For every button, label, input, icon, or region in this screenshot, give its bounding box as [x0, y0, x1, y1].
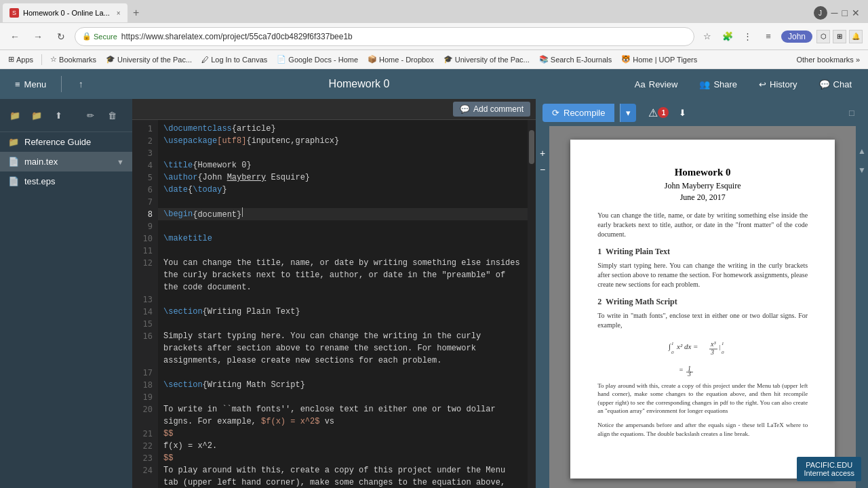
zoom-in-button[interactable]: + — [538, 146, 547, 160]
editor-scrollbar[interactable] — [528, 120, 536, 488]
code-editor[interactable]: \documentclass{article} \usepackage[utf8… — [158, 120, 528, 488]
bookmark-university2[interactable]: 🎓 University of the Pac... — [441, 54, 532, 65]
share-icon: 👥 — [699, 79, 710, 89]
browser-profile-icon[interactable]: J — [814, 6, 827, 20]
bookmark-apps[interactable]: ⊞ Apps — [5, 54, 36, 65]
scrollbar-thumb[interactable] — [529, 130, 534, 164]
line-num-22: 22 — [132, 440, 158, 452]
file-icon: 📄 — [8, 157, 19, 167]
line-num-3: 3 — [132, 147, 158, 159]
editor-area: 💬 Add comment 1 2 3 4 5 6 7 8 9 10 11 — [132, 99, 536, 488]
svg-text:0: 0 — [722, 350, 724, 355]
bookmarks-bar: ⊞ Apps ☆ Bookmarks 🎓 University of the P… — [0, 50, 868, 69]
pdf-intro: You can change the title, name, or date … — [597, 211, 808, 239]
maximize-button[interactable]: □ — [842, 7, 848, 18]
line-num-21: 21 — [132, 428, 158, 440]
sidebar-item-reference-guide[interactable]: 📁 Reference Guide — [0, 132, 132, 152]
bookmark-dropbox[interactable]: 📦 Home - Dropbox — [365, 54, 437, 65]
menu-button[interactable]: ≡ Menu — [8, 77, 53, 92]
share-button[interactable]: 👥 Share — [691, 76, 745, 93]
sidebar-folder-button[interactable]: 📁 — [5, 106, 24, 125]
pacific-line2: Internet access — [804, 469, 854, 477]
user-profile-button[interactable]: John — [781, 30, 812, 43]
code-line-4: \title{Homework 0} — [158, 159, 528, 171]
bookmark-gdocs[interactable]: 📄 Google Docs - Home — [274, 54, 361, 65]
line-num-14: 14 — [132, 306, 158, 318]
browser-extra-btn[interactable]: ⬡ — [816, 30, 830, 43]
scroll-up-button[interactable]: ▲ — [858, 146, 866, 156]
app-container: ≡ Menu ↑ Homework 0 Aа Review 👥 Share ↩ … — [0, 69, 868, 488]
extensions-icon[interactable]: 🧩 — [719, 28, 736, 45]
zoom-out-button[interactable]: − — [538, 163, 547, 176]
bookmark-bookmarks[interactable]: ☆ Bookmarks — [47, 54, 99, 65]
star-icon[interactable]: ☆ — [698, 28, 716, 45]
browser-extra-btn3[interactable]: 🔔 — [849, 30, 863, 43]
sidebar-files-button[interactable]: 📁 — [27, 106, 46, 125]
download-pdf-button[interactable]: ⬇ — [673, 103, 692, 122]
preview-main: + − Homework 0 John Mayberry Esquire Jun… — [536, 126, 868, 488]
close-window-button[interactable]: ✕ — [852, 7, 860, 18]
nav-icons: ☆ 🧩 ⋮ ≡ — [698, 28, 777, 45]
line-num-2: 2 — [132, 135, 158, 147]
sidebar-delete-button[interactable]: 🗑 — [102, 106, 121, 125]
pdf-section3-body: Notice the ampersands before and after t… — [597, 421, 808, 438]
browser-menu-icon[interactable]: ≡ — [760, 28, 777, 45]
active-tab[interactable]: S Homework 0 - Online La... × — [3, 3, 127, 22]
line-num-12c — [132, 281, 158, 293]
bookmark-canvas[interactable]: 🖊 Log In to Canvas — [199, 54, 270, 65]
history-icon: ↩ — [759, 79, 766, 89]
new-tab-button[interactable]: + — [127, 4, 145, 22]
code-line-14: \section{Writing Plain Text} — [158, 306, 528, 318]
line-num-16c — [132, 354, 158, 367]
forward-button[interactable]: → — [28, 27, 47, 46]
address-bar[interactable]: 🔒 Secure https://www.sharelatex.com/proj… — [75, 27, 694, 46]
warning-icon: ⚠ — [648, 106, 658, 119]
review-button[interactable]: Aа Review — [627, 76, 686, 93]
pacific-overlay: PACIFIC.EDU Internet access — [797, 457, 861, 481]
line-num-12b — [132, 269, 158, 281]
minimize-button[interactable]: ─ — [831, 7, 838, 18]
chat-button[interactable]: 💬 Chat — [811, 76, 860, 93]
pdf-title: Homework 0 — [597, 167, 808, 178]
sidebar-toolbar: 📁 📁 ⬆ ✏ 🗑 — [0, 99, 132, 132]
sidebar-item-test-eps[interactable]: 📄 test.eps — [0, 171, 132, 191]
back-button[interactable]: ← — [5, 27, 24, 46]
bookmark-other[interactable]: Other bookmarks » — [794, 54, 863, 65]
preview-expand-button[interactable]: □ — [842, 103, 861, 122]
bookmark-uoptigers[interactable]: 🐯 Home | UOP Tigers — [618, 54, 700, 65]
pdf-section1-body: Simply start typing here. You can change… — [597, 261, 808, 289]
history-button[interactable]: ↩ History — [751, 76, 805, 93]
univ-icon: 🎓 — [106, 55, 115, 64]
bm-sep — [41, 54, 42, 65]
code-line-3 — [158, 147, 528, 159]
recompile-dropdown-button[interactable]: ▾ — [620, 104, 636, 122]
sidebar-upload-button[interactable]: ⬆ — [49, 106, 68, 125]
tab-close-button[interactable]: × — [117, 9, 121, 17]
code-line-12b: the curly brackets next to title, author… — [158, 269, 528, 281]
code-line-9 — [158, 220, 528, 232]
add-comment-button[interactable]: 💬 Add comment — [453, 102, 530, 117]
browser-nav-bar: ← → ↻ 🔒 Secure https://www.sharelatex.co… — [0, 23, 868, 50]
scroll-down-button[interactable]: ▼ — [858, 165, 866, 175]
bookmark-university1[interactable]: 🎓 University of the Pac... — [103, 54, 195, 65]
pdf-section2-body: To write in "math fonts", enclose text i… — [597, 311, 808, 330]
error-indicator[interactable]: ⚠ 1 — [648, 106, 669, 119]
pdf-section2-header: 2 Writing Math Script — [597, 296, 808, 308]
code-line-18: \section{Writing Math Script} — [158, 379, 528, 391]
tigers-icon: 🐯 — [621, 55, 631, 64]
header-back-button[interactable]: ↑ — [70, 73, 92, 95]
refresh-button[interactable]: ↻ — [52, 27, 71, 46]
browser-extra-btn2[interactable]: ⊞ — [833, 30, 846, 43]
sidebar-item-main-tex[interactable]: 📄 main.tex ▼ — [0, 152, 132, 171]
recompile-button[interactable]: ⟳ Recompile — [542, 104, 614, 122]
code-line-24b: tab (upper left hand corner), make some … — [158, 476, 528, 488]
menu-icon[interactable]: ⋮ — [739, 28, 757, 45]
code-line-19 — [158, 391, 528, 403]
line-num-16: 16 — [132, 330, 158, 342]
preview-content[interactable]: Homework 0 John Mayberry Esquire June 20… — [549, 126, 856, 488]
bookmark-ejournals[interactable]: 📚 Search E-Journals — [536, 54, 615, 65]
collapse-icon[interactable]: ▼ — [117, 158, 124, 166]
line-num-4: 4 — [132, 159, 158, 171]
header-actions: Aа Review 👥 Share ↩ History 💬 Chat — [627, 76, 860, 93]
sidebar-edit-button[interactable]: ✏ — [81, 106, 100, 125]
